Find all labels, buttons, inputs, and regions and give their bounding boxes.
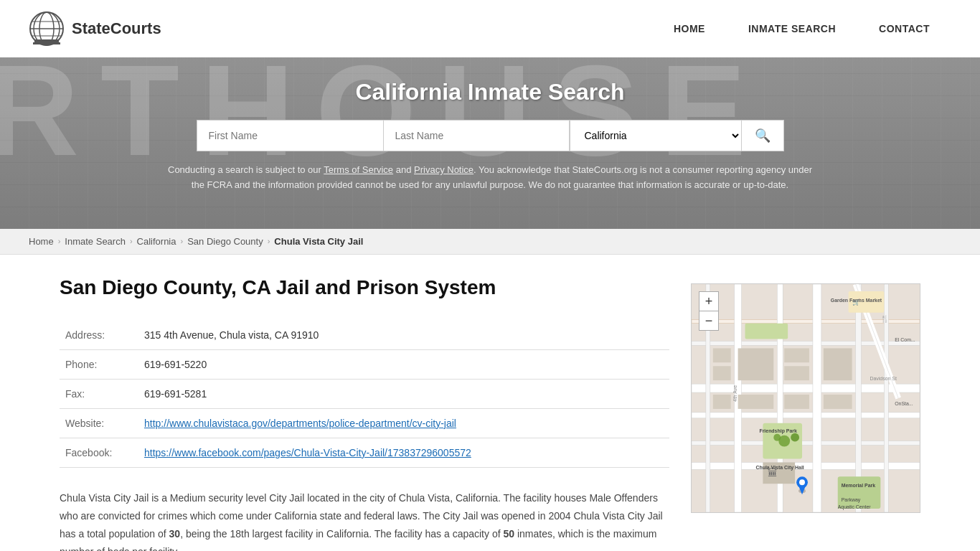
page-heading: San Diego County, CA Jail and Prison Sys… xyxy=(60,276,669,299)
logo-text: StateCourts xyxy=(72,19,161,38)
logo-area[interactable]: StateCourts xyxy=(29,11,161,47)
breadcrumb-sep-4: › xyxy=(268,237,270,245)
phone-label: Phone: xyxy=(60,349,138,379)
svg-rect-30 xyxy=(738,395,774,409)
svg-point-40 xyxy=(773,433,781,441)
desc-pop-30: 30 xyxy=(169,528,181,540)
breadcrumb-sep-1: › xyxy=(58,237,61,245)
facebook-value: https://www.facebook.com/pages/Chula-Vis… xyxy=(138,438,669,467)
breadcrumb-current: Chula Vista City Jail xyxy=(274,236,363,247)
nav-home[interactable]: HOME xyxy=(652,0,727,57)
breadcrumb-home[interactable]: Home xyxy=(29,236,54,247)
breadcrumb: Home › Inmate Search › California › San … xyxy=(0,229,980,255)
breadcrumb-california[interactable]: California xyxy=(137,236,176,247)
svg-point-39 xyxy=(791,433,799,441)
svg-point-45 xyxy=(799,479,805,485)
svg-text:OnSta...: OnSta... xyxy=(895,401,913,406)
breadcrumb-sep-2: › xyxy=(130,237,133,245)
hero-title: California Inmate Search xyxy=(14,79,966,105)
description: Chula Vista City Jail is a Medium securi… xyxy=(60,489,669,551)
svg-rect-27 xyxy=(784,366,809,380)
info-table: Address: 315 4th Avenue, Chula vista, CA… xyxy=(60,321,669,468)
svg-text:Memorial Park: Memorial Park xyxy=(842,483,876,488)
breadcrumb-sep-3: › xyxy=(181,237,184,245)
phone-row: Phone: 619-691-5220 xyxy=(60,349,669,379)
search-icon: 🔍 xyxy=(755,128,771,143)
website-row: Website: http://www.chulavistaca.gov/dep… xyxy=(60,408,669,438)
logo-icon xyxy=(29,11,65,47)
svg-rect-29 xyxy=(713,395,731,409)
website-label: Website: xyxy=(60,408,138,438)
state-select[interactable]: Select State Alabama Alaska Arizona Arka… xyxy=(570,120,742,151)
zoom-out-button[interactable]: − xyxy=(699,311,718,330)
address-row: Address: 315 4th Avenue, Chula vista, CA… xyxy=(60,321,669,350)
facebook-row: Facebook: https://www.facebook.com/pages… xyxy=(60,438,669,467)
nav-contact[interactable]: CONTACT xyxy=(857,0,951,57)
svg-rect-31 xyxy=(784,395,809,409)
svg-text:🍴: 🍴 xyxy=(880,314,890,323)
svg-rect-33 xyxy=(745,323,788,339)
hero-section: RTHOUSE California Inmate Search Select … xyxy=(0,57,980,229)
first-name-input[interactable] xyxy=(197,120,383,151)
fax-row: Fax: 619-691-5281 xyxy=(60,379,669,408)
privacy-link[interactable]: Privacy Notice xyxy=(414,164,473,175)
hero-content: California Inmate Search Select State Al… xyxy=(0,57,980,207)
facebook-label: Facebook: xyxy=(60,438,138,467)
breadcrumb-san-diego[interactable]: San Diego County xyxy=(187,236,263,247)
nav-inmate-search[interactable]: INMATE SEARCH xyxy=(727,0,857,57)
search-bar: Select State Alabama Alaska Arizona Arka… xyxy=(14,120,966,151)
terms-link[interactable]: Terms of Service xyxy=(324,164,393,175)
map-svg: 🏛 🛒 4th Ave Davidson St xyxy=(692,284,920,512)
svg-text:4th Ave: 4th Ave xyxy=(732,385,738,401)
svg-text:El Com...: El Com... xyxy=(895,336,915,342)
nav-links: HOME INMATE SEARCH CONTACT xyxy=(652,0,951,57)
last-name-input[interactable] xyxy=(383,120,570,151)
svg-rect-23 xyxy=(713,348,731,362)
svg-rect-17 xyxy=(813,284,821,512)
svg-rect-24 xyxy=(713,366,731,380)
content-area: San Diego County, CA Jail and Prison Sys… xyxy=(60,276,920,551)
svg-text:Chula Vista City Hall: Chula Vista City Hall xyxy=(755,465,804,471)
map-container: + − xyxy=(691,283,920,513)
zoom-in-button[interactable]: + xyxy=(699,292,718,311)
svg-rect-7 xyxy=(33,42,60,44)
address-value: 315 4th Avenue, Chula vista, CA 91910 xyxy=(138,321,669,350)
fax-value: 619-691-5281 xyxy=(138,379,669,408)
svg-text:Davidson St: Davidson St xyxy=(870,376,896,381)
desc-between: , being the 18th largest facility in Cal… xyxy=(180,528,503,540)
desc-cap-50: 50 xyxy=(503,528,514,540)
header: StateCourts HOME INMATE SEARCH CONTACT R… xyxy=(0,0,980,229)
svg-rect-25 xyxy=(738,348,774,380)
breadcrumb-inmate-search[interactable]: Inmate Search xyxy=(65,236,126,247)
search-button[interactable]: 🔍 xyxy=(742,120,784,151)
navbar: StateCourts HOME INMATE SEARCH CONTACT xyxy=(0,0,980,57)
svg-text:Aquatic Center: Aquatic Center xyxy=(838,504,872,510)
website-value: http://www.chulavistaca.gov/departments/… xyxy=(138,408,669,438)
address-label: Address: xyxy=(60,321,138,350)
svg-text:Friendship Park: Friendship Park xyxy=(759,428,797,433)
map-zoom-controls: + − xyxy=(699,291,719,331)
svg-rect-6 xyxy=(34,39,59,42)
left-panel: San Diego County, CA Jail and Prison Sys… xyxy=(60,276,669,551)
svg-text:Garden Farms Market: Garden Farms Market xyxy=(831,297,882,302)
svg-rect-26 xyxy=(784,348,809,362)
fax-label: Fax: xyxy=(60,379,138,408)
website-link[interactable]: http://www.chulavistaca.gov/departments/… xyxy=(144,418,456,429)
main-content: San Diego County, CA Jail and Prison Sys… xyxy=(31,255,949,551)
svg-rect-32 xyxy=(824,395,852,409)
right-panel: + − xyxy=(691,276,920,513)
svg-text:Parkway: Parkway xyxy=(842,497,861,503)
facebook-link[interactable]: https://www.facebook.com/pages/Chula-Vis… xyxy=(144,447,471,458)
hero-disclaimer: Conducting a search is subject to our Te… xyxy=(167,163,813,193)
svg-rect-28 xyxy=(824,348,852,380)
phone-value: 619-691-5220 xyxy=(138,349,669,379)
